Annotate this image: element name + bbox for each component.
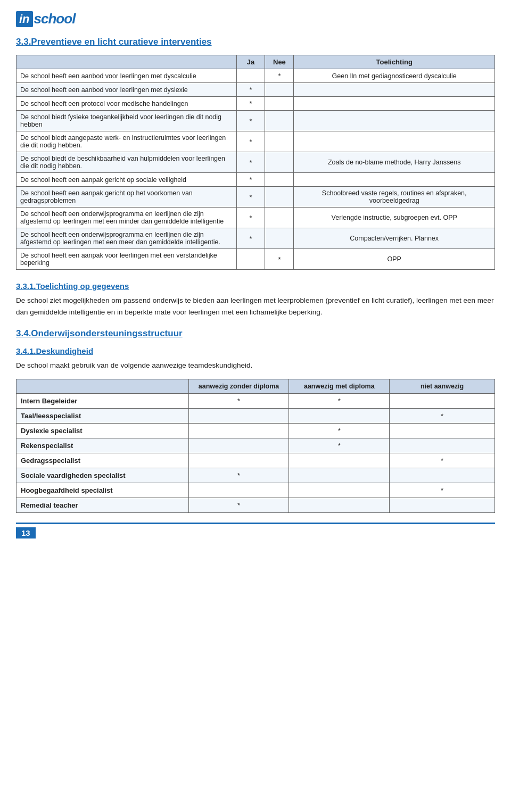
row-ja: *: [236, 131, 265, 152]
row-toelichting: Verlengde instructie, subgroepen evt. OP…: [294, 208, 495, 228]
skill-col3: *: [390, 408, 495, 423]
row-label: De school heeft een aanpak gericht op so…: [17, 173, 237, 187]
row-ja: *: [236, 208, 265, 228]
list-item: Hoogbegaafdheid specialist *: [17, 483, 495, 498]
table-row: De school biedt fysieke toegankelijkheid…: [17, 111, 495, 131]
row-label: De school heeft een onderwijsprogramma e…: [17, 208, 237, 228]
row-toelichting: Zoals de no-blame methode, Harry Janssen…: [294, 152, 495, 173]
row-ja: *: [236, 152, 265, 173]
skill-col2: [289, 408, 390, 423]
skill-col2: *: [289, 423, 390, 438]
row-label: De school heeft een onderwijsprogramma e…: [17, 228, 237, 249]
table-row: De school heeft een onderwijsprogramma e…: [17, 228, 495, 249]
row-nee: [265, 111, 294, 131]
row-nee: [265, 228, 294, 249]
row-label: De school biedt fysieke toegankelijkheid…: [17, 111, 237, 131]
skill-name: Intern Begeleider: [17, 393, 189, 408]
row-toelichting: [294, 83, 495, 97]
section-341-paragraph: De school maakt gebruik van de volgende …: [16, 360, 495, 371]
row-toelichting: [294, 131, 495, 152]
section-331-title: 3.3.1.Toelichting op gegevens: [16, 281, 495, 291]
skill-name: Dyslexie specialist: [17, 423, 189, 438]
skill-col1: [188, 483, 289, 498]
row-ja: *: [236, 97, 265, 111]
row-toelichting: [294, 111, 495, 131]
row-ja: [236, 69, 265, 83]
skills-col-header-3: niet aanwezig: [390, 379, 495, 393]
footer: 13: [16, 523, 495, 538]
skill-col2: *: [289, 438, 390, 453]
skill-name: Sociale vaardigheden specialist: [17, 468, 189, 483]
skill-col1: [188, 423, 289, 438]
col-header-label: [17, 55, 237, 69]
logo-area: inschool: [16, 11, 495, 27]
row-nee: [265, 83, 294, 97]
row-nee: [265, 187, 294, 208]
skill-name: Rekenspecialist: [17, 438, 189, 453]
table-row: De school heeft een onderwijsprogramma e…: [17, 208, 495, 228]
row-nee: *: [265, 249, 294, 270]
table-row: De school heeft een aanpak voor leerling…: [17, 249, 495, 270]
row-toelichting: [294, 97, 495, 111]
row-toelichting: Schoolbreed vaste regels, routines en af…: [294, 187, 495, 208]
row-label: De school biedt de beschikbaarheid van h…: [17, 152, 237, 173]
skill-col3: *: [390, 453, 495, 468]
list-item: Rekenspecialist *: [17, 438, 495, 453]
section-34-title: 3.4.Onderwijsondersteuningsstructuur: [16, 328, 495, 339]
row-ja: *: [236, 228, 265, 249]
table-row: De school heeft een aanbod voor leerling…: [17, 69, 495, 83]
row-label: De school heeft een aanbod voor leerling…: [17, 83, 237, 97]
skill-col2: [289, 498, 390, 512]
skills-col-header-name: [17, 379, 189, 393]
skill-col2: [289, 468, 390, 483]
skill-col3: [390, 498, 495, 512]
logo-school: school: [34, 11, 76, 27]
row-nee: [265, 152, 294, 173]
logo: inschool: [16, 11, 75, 27]
section-33-table: Ja Nee Toelichting De school heeft een a…: [16, 55, 495, 270]
skill-col1: *: [188, 468, 289, 483]
skill-col1: *: [188, 393, 289, 408]
skill-col3: [390, 423, 495, 438]
section-331-paragraph: De school ziet mogelijkheden om passend …: [16, 295, 495, 318]
list-item: Sociale vaardigheden specialist *: [17, 468, 495, 483]
skill-col2: [289, 453, 390, 468]
section-341-title: 3.4.1.Deskundigheid: [16, 346, 495, 355]
list-item: Intern Begeleider * *: [17, 393, 495, 408]
skill-col3: [390, 438, 495, 453]
row-label: De school heeft een aanbod voor leerling…: [17, 69, 237, 83]
skill-col1: [188, 453, 289, 468]
table-row: De school biedt aangepaste werk- en inst…: [17, 131, 495, 152]
skill-col1: [188, 438, 289, 453]
row-label: De school heeft een protocol voor medisc…: [17, 97, 237, 111]
table-row: De school heeft een aanpak gericht op so…: [17, 173, 495, 187]
row-ja: [236, 249, 265, 270]
skill-name: Remedial teacher: [17, 498, 189, 512]
row-toelichting: Compacten/verrijken. Plannex: [294, 228, 495, 249]
skill-col1: *: [188, 498, 289, 512]
list-item: Remedial teacher *: [17, 498, 495, 512]
row-ja: *: [236, 187, 265, 208]
row-nee: [265, 97, 294, 111]
row-nee: [265, 173, 294, 187]
row-ja: *: [236, 83, 265, 97]
row-ja: *: [236, 173, 265, 187]
skills-col-header-2: aanwezig met diploma: [289, 379, 390, 393]
section-341-table: aanwezig zonder diploma aanwezig met dip…: [16, 379, 495, 513]
table-row: De school heeft een protocol voor medisc…: [17, 97, 495, 111]
row-nee: [265, 131, 294, 152]
skill-col3: [390, 393, 495, 408]
table-row: De school biedt de beschikbaarheid van h…: [17, 152, 495, 173]
skill-name: Taal/leesspecialist: [17, 408, 189, 423]
row-label: De school heeft een aanpak voor leerling…: [17, 249, 237, 270]
row-toelichting: [294, 173, 495, 187]
row-toelichting: Geen lln met gediagnosticeerd dyscalculi…: [294, 69, 495, 83]
row-nee: [265, 208, 294, 228]
row-nee: *: [265, 69, 294, 83]
skill-col1: [188, 408, 289, 423]
list-item: Taal/leesspecialist *: [17, 408, 495, 423]
col-header-ja: Ja: [236, 55, 265, 69]
skill-name: Gedragsspecialist: [17, 453, 189, 468]
row-ja: *: [236, 111, 265, 131]
row-label: De school biedt aangepaste werk- en inst…: [17, 131, 237, 152]
